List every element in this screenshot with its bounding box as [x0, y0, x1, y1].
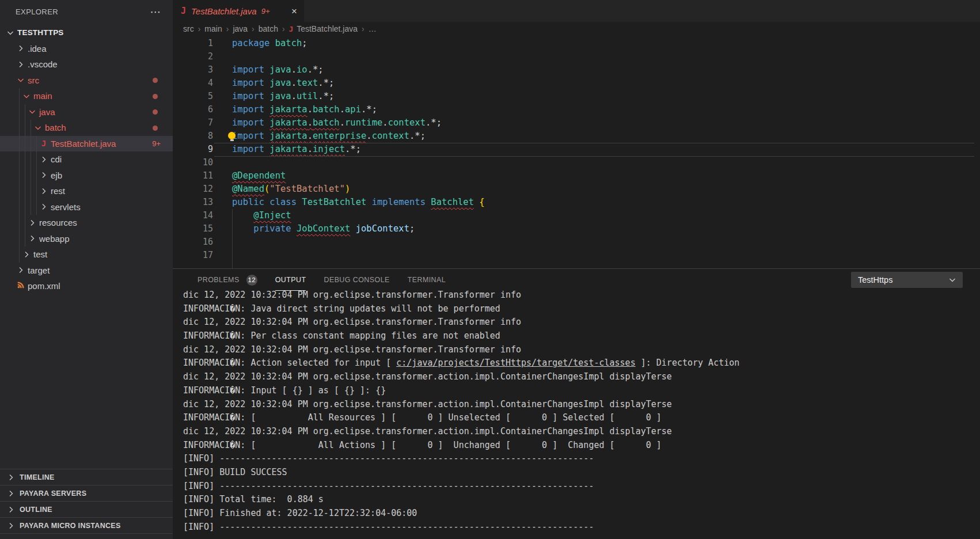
tree-item-label: rest: [51, 186, 65, 196]
output-line: dic 12, 2022 10:32:04 PM org.eclipse.tra…: [183, 398, 980, 412]
tab-testbatchlet-java[interactable]: J TestBatchlet.java 9+ ×: [173, 0, 304, 22]
section-outline[interactable]: OUTLINE: [0, 501, 173, 517]
panel-tab-output[interactable]: OUTPUT: [275, 269, 306, 291]
indent-guide: [25, 104, 25, 246]
output-file-link[interactable]: c:/java/projects/TestHttps/target/test-c…: [396, 358, 635, 368]
tree-item-rest[interactable]: rest: [0, 183, 173, 199]
output-line: [INFO] Finished at: 2022-12-12T22:32:04-…: [183, 507, 980, 521]
tree-item-label: java: [39, 107, 55, 117]
code-editor[interactable]: 1package batch;23import java.io.*;4impor…: [173, 36, 980, 268]
explorer-sidebar: EXPLORER ⋯ TESTHTTPS.idea.vscodesrcmainj…: [0, 0, 173, 539]
tree-item-label: resources: [39, 218, 77, 227]
chevron-right-icon: [16, 265, 25, 275]
output-line: [INFO] Total time: 0.884 s: [183, 493, 980, 507]
close-icon[interactable]: ×: [291, 6, 297, 16]
output-log[interactable]: dic 12, 2022 10:32:04 PM org.eclipse.tra…: [183, 289, 980, 539]
picker-value: TestHttps: [858, 275, 892, 284]
java-file-icon: J: [289, 25, 294, 33]
chevron-right-icon: [6, 521, 16, 530]
tree-item-label: src: [28, 75, 39, 85]
output-line: INFORMACI�N: Action selected for input […: [183, 356, 980, 370]
tree-item-label: .vscode: [28, 59, 58, 69]
tree-item-ejb[interactable]: ejb: [0, 168, 173, 184]
breadcrumb-item-[interactable]: …: [369, 24, 377, 33]
chevron-right-icon: [6, 489, 16, 498]
breadcrumb-item-java[interactable]: java: [233, 24, 248, 33]
lightbulb-icon[interactable]: [228, 132, 235, 139]
tree-item-main[interactable]: main: [0, 88, 173, 104]
tree-item-batch[interactable]: batch: [0, 120, 173, 136]
output-line: INFORMACI�N: Per class constant mapping …: [183, 329, 980, 343]
output-line: [INFO] ---------------------------------…: [183, 480, 980, 494]
tree-item-label: servlets: [51, 202, 81, 212]
breadcrumb-item-main[interactable]: main: [204, 24, 222, 33]
tree-item-resources[interactable]: resources: [0, 215, 173, 231]
problems-count-badge: 12: [246, 275, 257, 286]
code-text: import jakarta.batch.api.*;: [232, 104, 377, 115]
output-channel-picker[interactable]: TestHttps: [851, 272, 963, 288]
tree-item-servlets[interactable]: servlets: [0, 199, 173, 215]
tree-item-testhttps[interactable]: TESTHTTPS: [0, 25, 173, 41]
breadcrumb-item-src[interactable]: src: [183, 24, 194, 33]
code-line: 5import java.util.*;: [173, 90, 980, 103]
panel-tab-problems[interactable]: PROBLEMS12: [197, 269, 257, 291]
problems-dot-badge: [153, 94, 158, 99]
chevron-right-icon: [39, 155, 48, 164]
tree-item-label: main: [33, 91, 52, 101]
chevron-right-icon: [6, 473, 16, 482]
tree-item-test[interactable]: test: [0, 246, 173, 263]
more-actions-icon[interactable]: ⋯: [150, 6, 161, 17]
problems-count-badge: 9+: [152, 139, 161, 148]
output-line: INFORMACI�N: Input [ {} ] as [ {} ]: {}: [183, 384, 980, 398]
tree-item-target[interactable]: target: [0, 263, 173, 279]
tree-item-label: TestBatchlet.java: [51, 139, 116, 149]
tree-item-src[interactable]: src: [0, 73, 173, 89]
code-line: 12@Named("TestBatchlet"): [173, 183, 980, 196]
indent-guide: [232, 209, 233, 268]
tree-item-idea[interactable]: .idea: [0, 41, 173, 57]
panel-tab-debug-console[interactable]: DEBUG CONSOLE: [324, 269, 389, 291]
breadcrumb-label: java: [233, 24, 248, 33]
section-payara-micro-instances[interactable]: PAYARA MICRO INSTANCES: [0, 517, 173, 533]
code-text: import java.text.*;: [232, 78, 334, 88]
indent-guide: [31, 120, 31, 215]
code-line: 11@Dependent: [173, 169, 980, 183]
explorer-header: EXPLORER ⋯: [0, 0, 173, 23]
tree-item-testbatchlet-java[interactable]: JTestBatchlet.java9+: [0, 136, 173, 152]
chevron-down-icon: [33, 123, 43, 132]
tree-item-cdi[interactable]: cdi: [0, 151, 173, 168]
section-label: TIMELINE: [20, 473, 55, 481]
section-timeline[interactable]: TIMELINE: [0, 469, 173, 485]
breadcrumb-separator-icon: ›: [362, 24, 364, 33]
code-line: 6import jakarta.batch.api.*;: [173, 103, 980, 116]
panel-tab-terminal[interactable]: TERMINAL: [408, 269, 446, 291]
file-tree: TESTHTTPS.idea.vscodesrcmainjavabatchJTe…: [0, 25, 173, 294]
output-line: [INFO] ---------------------------------…: [183, 452, 980, 466]
section-label: PAYARA MICRO INSTANCES: [20, 522, 121, 530]
indent-guide: [36, 136, 37, 215]
code-line: 9import jakarta.inject.*;: [173, 143, 980, 156]
section-label: OUTLINE: [20, 506, 52, 514]
tree-item-label: .idea: [28, 44, 47, 54]
code-line: 13public class TestBatchlet implements B…: [173, 196, 980, 209]
problems-dot-badge: [153, 126, 158, 131]
code-text: @Dependent: [232, 170, 286, 181]
tree-item-webapp[interactable]: webapp: [0, 231, 173, 247]
indent-guide: [19, 88, 20, 263]
section-payara-servers[interactable]: PAYARA SERVERS: [0, 485, 173, 501]
tree-item-java[interactable]: java: [0, 104, 173, 120]
tree-item-vscode[interactable]: .vscode: [0, 56, 173, 73]
editor-tab-bar: J TestBatchlet.java 9+ ×: [173, 0, 980, 22]
code-line: 14 @Inject: [173, 209, 980, 222]
code-text: import jakarta.inject.*;: [232, 144, 361, 154]
code-line: 2: [173, 50, 980, 63]
code-text: import java.io.*;: [232, 64, 324, 75]
line-number: 12: [173, 184, 213, 194]
breadcrumb-item-testbatchlet-java[interactable]: JTestBatchlet.java: [289, 24, 358, 33]
editor-area: J TestBatchlet.java 9+ × src›main›java›b…: [173, 0, 980, 539]
breadcrumb-item-batch[interactable]: batch: [259, 24, 278, 33]
code-text: package batch;: [232, 38, 307, 48]
tree-item-pom-xml[interactable]: pom.xml: [0, 278, 173, 294]
chevron-right-icon: [16, 60, 25, 69]
output-line: dic 12, 2022 10:32:04 PM org.eclipse.tra…: [183, 316, 980, 329]
